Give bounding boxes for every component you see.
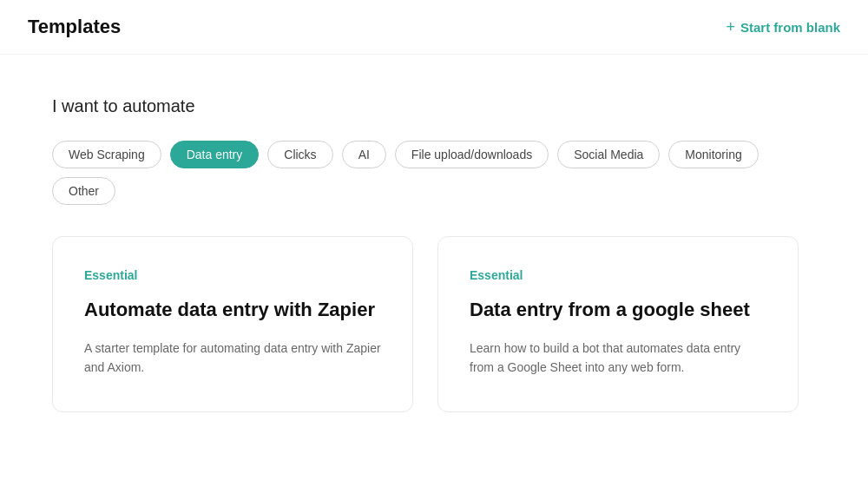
main-content: I want to automate Web ScrapingData entr… <box>0 55 868 447</box>
cards-grid: EssentialAutomate data entry with Zapier… <box>52 236 799 412</box>
card-description: Learn how to build a bot that automates … <box>470 339 766 378</box>
filter-tab-monitoring[interactable]: Monitoring <box>668 141 758 168</box>
start-from-blank-label: Start from blank <box>740 20 840 35</box>
filter-tab-other[interactable]: Other <box>52 177 115 205</box>
filter-tab-web-scraping[interactable]: Web Scraping <box>52 141 161 168</box>
card-title: Automate data entry with Zapier <box>84 298 381 323</box>
card-description: A starter template for automating data e… <box>84 339 381 378</box>
card-category: Essential <box>470 268 766 282</box>
filter-tab-ai[interactable]: AI <box>342 141 386 168</box>
template-card-1[interactable]: EssentialData entry from a google sheetL… <box>437 236 799 412</box>
filter-tab-file-upload-downloads[interactable]: File upload/downloads <box>395 141 549 168</box>
page-title: Templates <box>28 16 121 38</box>
plus-icon: + <box>726 18 735 36</box>
card-title: Data entry from a google sheet <box>470 298 766 323</box>
filter-tab-clicks[interactable]: Clicks <box>267 141 332 168</box>
start-from-blank-button[interactable]: + Start from blank <box>726 18 840 36</box>
filter-tabs: Web ScrapingData entryClicksAIFile uploa… <box>52 141 816 205</box>
card-category: Essential <box>84 268 381 282</box>
template-card-0[interactable]: EssentialAutomate data entry with Zapier… <box>52 236 413 412</box>
header: Templates + Start from blank <box>0 0 868 55</box>
section-title: I want to automate <box>52 96 816 116</box>
filter-tab-data-entry[interactable]: Data entry <box>170 141 260 168</box>
filter-tab-social-media[interactable]: Social Media <box>557 141 660 168</box>
